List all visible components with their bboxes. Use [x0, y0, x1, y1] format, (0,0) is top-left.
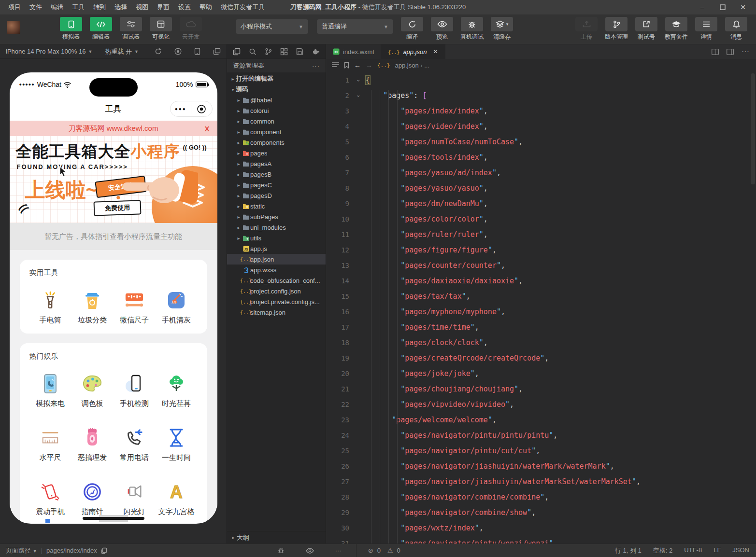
- more-menu-icon[interactable]: ●●●: [171, 106, 191, 111]
- menu-编辑[interactable]: 编辑: [47, 1, 67, 13]
- code-line-28[interactable]: 28 "pages/navigator/combine/combine",: [326, 489, 756, 505]
- menu-文件[interactable]: 文件: [26, 1, 45, 13]
- code-line-20[interactable]: 20 "pages/joke/joke",: [326, 366, 756, 381]
- bookmark-icon[interactable]: [344, 62, 349, 69]
- code-line-11[interactable]: 11 "pages/ruler/ruler",: [326, 227, 756, 242]
- tree-item-pagesC[interactable]: ▸pagesC: [227, 180, 326, 190]
- code-line-26[interactable]: 26 "pages/navigator/jiashuiyin/waterMark…: [326, 459, 756, 474]
- code-line-10[interactable]: 10 "pages/color/color",: [326, 211, 756, 227]
- tree-item-pagesB[interactable]: ▸pagesB: [227, 169, 326, 180]
- explorer-more-icon[interactable]: ···: [312, 62, 320, 70]
- code-line-9[interactable]: 9 "pages/dm/newDanMu",: [326, 196, 756, 211]
- code-line-5[interactable]: 5 "pages/numToCase/numToCase",: [326, 134, 756, 150]
- action-bug-button[interactable]: 真机调试: [459, 17, 485, 41]
- app-模拟来电[interactable]: 模拟来电: [29, 374, 71, 408]
- code-line-6[interactable]: 6 "pages/tools/index",: [326, 150, 756, 165]
- app-闪光灯[interactable]: 闪光灯: [114, 482, 156, 516]
- code-line-2[interactable]: 2› "pages": [: [326, 88, 756, 103]
- copy-path-icon[interactable]: [101, 547, 107, 554]
- menu-项目[interactable]: 项目: [5, 1, 24, 13]
- code-line-27[interactable]: 27 "pages/navigator/jiashuiyin/waterMark…: [326, 474, 756, 489]
- capsule-button[interactable]: ●●●: [170, 101, 213, 117]
- statusbar-segment[interactable]: LF: [713, 546, 721, 555]
- tab-app.json[interactable]: {..}app.json✕: [381, 44, 445, 59]
- tree-item-app.json[interactable]: {..}app.json: [227, 254, 326, 265]
- view-debugger-button[interactable]: 调试器: [118, 17, 143, 41]
- tree-item-project.private.config.js...[interactable]: {..}project.private.config.js...: [227, 296, 326, 307]
- tree-item-------[interactable]: ▸打开的编辑器: [227, 73, 326, 84]
- app-微信尺子[interactable]: 微信尺子: [114, 290, 156, 325]
- code-line-17[interactable]: 17 "pages/time/time",: [326, 320, 756, 335]
- page-path-dropdown[interactable]: 页面路径 ▼: [6, 546, 37, 555]
- app-常用电话[interactable]: 常用电话: [114, 428, 156, 462]
- code-line-1[interactable]: 1›{: [326, 72, 756, 88]
- sim-device-icon[interactable]: [194, 48, 200, 55]
- outline-list-icon[interactable]: [332, 62, 339, 68]
- hot-reload-toggle[interactable]: 热重载 开▼: [105, 47, 139, 56]
- code-line-14[interactable]: 14 "pages/daxiaoxie/daxiaoxie",: [326, 273, 756, 289]
- promo-banner[interactable]: 全能工具箱大全小程序 (( GO! )) FOUND MOVING A CAR>…: [10, 136, 217, 223]
- tab-index.wxml[interactable]: <>index.wxml: [326, 44, 381, 59]
- mode-select[interactable]: 小程序模式▼: [236, 19, 308, 34]
- statusbar-preview-icon[interactable]: [306, 548, 314, 554]
- fold-chevron-icon[interactable]: ›: [354, 72, 363, 88]
- code-line-3[interactable]: 3 "pages/index/index",: [326, 103, 756, 119]
- git-icon[interactable]: [265, 48, 272, 56]
- tree-item-project.config.json[interactable]: {..}project.config.json: [227, 286, 326, 296]
- view-editor-button[interactable]: 编辑器: [88, 17, 114, 41]
- tree-item-code_obfuscation_conf...[interactable]: {..}code_obfuscation_conf...: [227, 275, 326, 286]
- app-文字九宫格[interactable]: A文字九宫格: [156, 482, 198, 516]
- statusbar-segment[interactable]: JSON: [732, 546, 749, 555]
- outline-section[interactable]: ▸ 大纲: [227, 531, 326, 543]
- maximize-button[interactable]: [714, 1, 731, 13]
- app-调色板[interactable]: 调色板: [71, 374, 114, 408]
- code-editor[interactable]: 1›{2› "pages": [3 "pages/index/index",4 …: [326, 71, 756, 543]
- code-line-30[interactable]: 30 "pages/wxtz/index",: [326, 520, 756, 536]
- statusbar-segment[interactable]: UTF-8: [684, 546, 702, 555]
- app-手机清灰[interactable]: 手机清灰: [156, 290, 198, 325]
- minimize-button[interactable]: –: [694, 1, 711, 13]
- view-visual-button[interactable]: 可视化: [148, 17, 173, 41]
- menu-视图[interactable]: 视图: [132, 1, 152, 13]
- tree-item-app.wxss[interactable]: app.wxss: [227, 265, 326, 275]
- save-icon[interactable]: [296, 48, 303, 55]
- menu-帮助[interactable]: 帮助: [196, 1, 215, 13]
- tree-item-pagesD[interactable]: ▸pagesD: [227, 190, 326, 201]
- sim-windows-icon[interactable]: [213, 48, 221, 55]
- action-layers-button[interactable]: ▾清缓存: [489, 17, 514, 41]
- view-simulator-button[interactable]: 模拟器: [58, 17, 84, 41]
- code-line-16[interactable]: 16 "pages/myphone/myphone",: [326, 304, 756, 320]
- tree-item-colorui[interactable]: ▸colorui: [227, 105, 326, 116]
- code-line-22[interactable]: 22 "pages/vipvideo/vipvideo",: [326, 397, 756, 412]
- sim-refresh-icon[interactable]: [155, 48, 162, 55]
- action-preview-button[interactable]: 预览: [429, 17, 455, 41]
- code-line-4[interactable]: 4 "pages/video/index",: [326, 119, 756, 134]
- search-icon[interactable]: [249, 48, 257, 56]
- statusbar-segment[interactable]: 行 1, 列 1: [615, 546, 642, 555]
- layout-icon[interactable]: [727, 49, 734, 55]
- nav-forward-icon[interactable]: →: [366, 61, 372, 69]
- app-恶搞理发[interactable]: 恶搞理发: [71, 428, 114, 462]
- tree-item-pagesA[interactable]: ▸pagesA: [227, 158, 326, 169]
- app-水平尺[interactable]: 水平尺: [29, 428, 71, 462]
- tree-item-components[interactable]: ▸components: [227, 137, 326, 148]
- tree-item-common[interactable]: ▸common: [227, 116, 326, 126]
- tree-item-pages[interactable]: ▸pages: [227, 148, 326, 158]
- menu-工具[interactable]: 工具: [69, 1, 88, 13]
- code-line-12[interactable]: 12 "pages/figure/figure",: [326, 242, 756, 258]
- app-手电筒[interactable]: 手电筒: [29, 290, 71, 325]
- close-minip-icon[interactable]: [191, 104, 212, 114]
- editor-more-icon[interactable]: ···: [742, 47, 749, 56]
- code-line-18[interactable]: 18 "pages/clock/clock",: [326, 335, 756, 350]
- right-bell-button[interactable]: 消息: [724, 17, 749, 41]
- app-指南针[interactable]: 指南针: [71, 482, 114, 516]
- code-line-29[interactable]: 29 "pages/navigator/combine/show",: [326, 505, 756, 520]
- tree-item-subPages[interactable]: ▸subPages: [227, 211, 326, 222]
- close-button[interactable]: ✕: [735, 1, 751, 13]
- menu-设置[interactable]: 设置: [175, 1, 194, 13]
- compile-mode-select[interactable]: 普通编译▼: [317, 19, 393, 34]
- tab-close-icon[interactable]: ✕: [433, 48, 438, 55]
- app-震动手机[interactable]: 震动手机: [29, 482, 71, 516]
- right-edu-button[interactable]: 教育套件: [664, 17, 689, 41]
- code-line-24[interactable]: 24 "pages/navigator/pintu/pintu/pintu",: [326, 428, 756, 443]
